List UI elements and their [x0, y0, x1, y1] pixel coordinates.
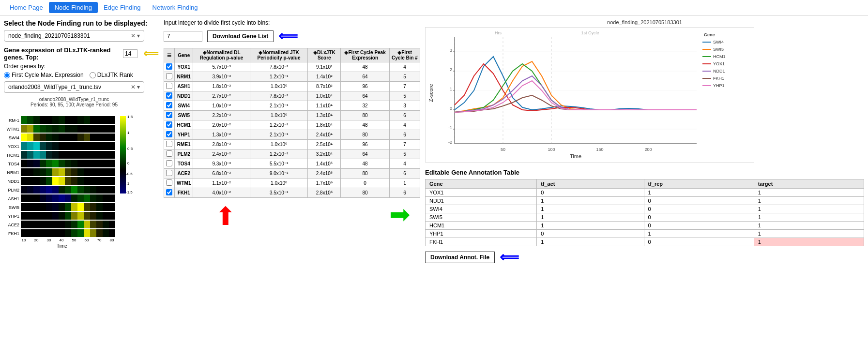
annot-target[interactable]: 1 [754, 238, 864, 246]
annot-row: YHP1 0 1 1 [426, 230, 864, 238]
row-gene: HCM1 [175, 120, 193, 130]
svg-rect-222 [103, 229, 109, 237]
download-annot-row: Download Annot. File ⟸ [425, 249, 864, 265]
run-select[interactable]: node_finding_20210705183301 ✕ ▾ [4, 30, 144, 42]
radio-first-cycle[interactable]: First Cycle Max. Expression [4, 72, 84, 78]
svg-rect-176 [96, 203, 103, 211]
annot-tfact[interactable]: 1 [537, 213, 644, 222]
annot-row: YOX1 0 1 1 [426, 189, 864, 197]
svg-text:Z-score: Z-score [428, 84, 434, 102]
svg-text:0: 0 [450, 106, 452, 111]
row-checkbox[interactable] [164, 169, 175, 178]
col-gene: Gene [175, 48, 193, 62]
row-checkbox[interactable] [164, 130, 175, 140]
svg-rect-76 [33, 151, 40, 159]
annot-row: FKH1 1 0 1 [426, 238, 864, 246]
file-select[interactable]: orlando2008_WildType_r1_trunc.tsv ✕ ▾ [4, 81, 144, 93]
annot-target[interactable]: 1 [754, 197, 864, 205]
bin-input-row: Download Gene List ⟸ [164, 28, 420, 44]
row-checkbox[interactable] [164, 111, 175, 120]
main-container: Select the Node Finding run to be displa… [0, 15, 868, 269]
annot-gene: SWI4 [426, 205, 537, 213]
row-checkbox[interactable] [164, 120, 175, 130]
svg-text:YOX1: YOX1 [713, 61, 725, 66]
row-score: 2.5x10⁴ [308, 140, 341, 149]
annot-target[interactable]: 1 [754, 205, 864, 213]
annot-tfrep[interactable]: 0 [644, 197, 754, 205]
annot-tfact[interactable]: 0 [537, 230, 644, 238]
nav-item-node-finding[interactable]: Node Finding [49, 2, 98, 13]
annot-col-tfact: tf_act [537, 179, 644, 189]
svg-rect-207 [103, 221, 109, 228]
annot-target[interactable]: 1 [754, 222, 864, 230]
annot-tfrep[interactable]: 1 [644, 230, 754, 238]
nav-item-home-page[interactable]: Home Page [4, 2, 49, 13]
annot-tfrep[interactable]: 0 [644, 238, 754, 246]
row-checkbox[interactable] [164, 101, 175, 111]
row-checkbox[interactable] [164, 140, 175, 149]
order-label: Order genes by: [4, 63, 159, 70]
download-gene-button[interactable]: Download Gene List [207, 30, 274, 42]
row-checkbox[interactable] [164, 72, 175, 82]
svg-text:20: 20 [34, 238, 39, 242]
top-input[interactable] [123, 49, 137, 58]
nav-item-network-finding[interactable]: Network Finding [147, 2, 204, 13]
annot-target[interactable]: 1 [754, 213, 864, 222]
annot-target[interactable]: 1 [754, 230, 864, 238]
annot-tfact[interactable]: 0 [537, 189, 644, 197]
row-checkbox[interactable] [164, 82, 175, 91]
svg-rect-184 [52, 212, 59, 220]
row-bin: 5 [389, 91, 420, 101]
svg-rect-164 [21, 203, 27, 211]
row-checkbox[interactable] [164, 188, 175, 198]
svg-rect-55 [90, 134, 96, 141]
svg-rect-220 [90, 229, 96, 237]
download-annot-button[interactable]: Download Annot. File [425, 252, 495, 263]
annot-target[interactable]: 1 [754, 189, 864, 197]
svg-rect-35 [59, 125, 65, 133]
svg-rect-157 [71, 194, 77, 202]
svg-rect-77 [40, 151, 46, 159]
green-arrow-right-icon: ➡ [389, 200, 411, 228]
annot-tfact[interactable]: 1 [537, 238, 644, 246]
svg-rect-217 [71, 229, 77, 237]
row-jtk: 7.8x10⁻² [250, 91, 308, 101]
annot-row: SWI5 1 0 1 [426, 213, 864, 222]
row-dl: 1.3x10⁻² [193, 130, 250, 140]
svg-rect-142 [71, 186, 77, 193]
svg-rect-86 [96, 151, 103, 159]
svg-rect-216 [65, 229, 71, 237]
row-checkbox[interactable] [164, 62, 175, 72]
svg-text:60: 60 [85, 238, 89, 242]
row-score: 8.7x10³ [308, 82, 341, 91]
annot-tfrep[interactable]: 0 [644, 213, 754, 222]
row-jtk: 3.5x10⁻¹ [250, 188, 308, 198]
row-checkbox[interactable] [164, 178, 175, 188]
svg-rect-57 [103, 134, 109, 141]
annot-tfrep[interactable]: 0 [644, 205, 754, 213]
row-checkbox[interactable] [164, 149, 175, 159]
row-checkbox[interactable] [164, 91, 175, 101]
table-row: ASH1 1.8x10⁻³ 1.0x10⁰ 8.7x10³ 96 7 [164, 82, 420, 91]
row-bin: 6 [389, 130, 420, 140]
svg-rect-195 [27, 221, 33, 228]
row-jtk: 9.0x10⁻¹ [250, 169, 308, 178]
svg-rect-63 [46, 142, 52, 150]
annot-tfact[interactable]: 1 [537, 222, 644, 230]
svg-text:1.5: 1.5 [127, 115, 133, 119]
annot-tfact[interactable]: 1 [537, 197, 644, 205]
svg-rect-175 [90, 203, 96, 211]
svg-text:Time: Time [570, 153, 581, 159]
radio-dlxtk[interactable]: DLxJTK Rank [90, 72, 133, 78]
svg-rect-28 [109, 116, 115, 124]
svg-rect-186 [65, 212, 71, 220]
nav-item-edge-finding[interactable]: Edge Finding [98, 2, 147, 13]
row-checkbox[interactable] [164, 159, 175, 169]
annot-tfact[interactable]: 1 [537, 205, 644, 213]
annot-tfrep[interactable]: 0 [644, 222, 754, 230]
bin-input[interactable] [164, 31, 202, 42]
svg-rect-122 [40, 177, 46, 185]
annot-tfrep[interactable]: 1 [644, 189, 754, 197]
svg-rect-193 [109, 212, 115, 220]
heatmap-title2: Periods: 90, 95, 100; Average Period: 95 [4, 102, 144, 107]
